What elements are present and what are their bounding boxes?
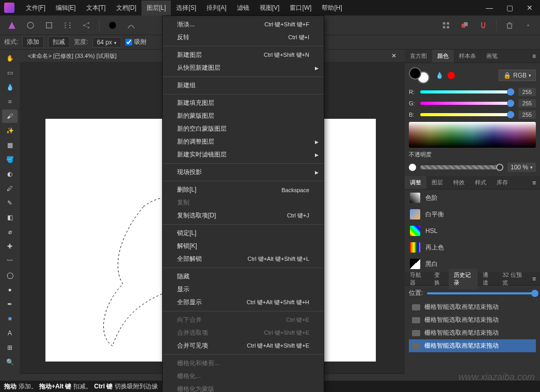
curves-icon[interactable] — [123, 18, 139, 33]
menu-文档[interactable]: 文档[D] — [111, 1, 141, 15]
menu-item[interactable]: 新建组 — [163, 79, 324, 92]
menu-item[interactable]: 显示 — [163, 283, 324, 296]
pan-tool-icon[interactable]: ✋ — [2, 52, 18, 65]
menu-item[interactable]: 现场投影▶ — [163, 166, 324, 179]
mesh-tool-icon[interactable]: ⊞ — [2, 341, 18, 354]
opacity-slider[interactable] — [420, 165, 503, 169]
mode-subtract-button[interactable]: 扣减 — [48, 36, 70, 48]
channel-g-slider[interactable]: G:255 — [409, 99, 536, 107]
menu-帮助[interactable]: 帮助[H] — [316, 1, 347, 15]
marquee-tool-icon[interactable]: ▦ — [2, 138, 18, 152]
pointer-tool-icon[interactable]: ▭ — [2, 66, 18, 80]
tab-画笔[interactable]: 画笔 — [481, 50, 503, 62]
snap-checkbox[interactable]: 吸附 — [125, 38, 147, 46]
menu-文件[interactable]: 文件[F] — [21, 1, 51, 15]
grid-icon[interactable] — [438, 18, 454, 33]
trash-icon[interactable] — [502, 18, 517, 33]
menu-item[interactable]: 从快照新建图层▶ — [163, 61, 324, 74]
smudge-tool-icon[interactable]: 〰 — [2, 254, 18, 268]
magic-tool-icon[interactable]: ✨ — [2, 124, 18, 137]
tab-调整[interactable]: 调整 — [405, 176, 426, 189]
adjustment-item[interactable]: 色阶 — [405, 190, 540, 206]
tab-特效[interactable]: 特效 — [448, 176, 470, 189]
color-wheel-icon[interactable] — [105, 18, 120, 33]
foreground-background-swatch[interactable] — [409, 67, 432, 84]
menu-item[interactable]: 新的蒙版图层 — [163, 109, 324, 122]
tab-库存[interactable]: 库存 — [491, 176, 513, 189]
menu-item[interactable]: 新的调整图层▶ — [163, 135, 324, 148]
history-item[interactable]: 栅格智能选取画笔结束拖动 — [409, 326, 536, 339]
width-value[interactable]: 64 px▾ — [92, 37, 121, 48]
menu-文本[interactable]: 文本[T] — [81, 1, 111, 15]
heal-tool-icon[interactable]: ✚ — [2, 240, 18, 253]
persona-photo-icon[interactable] — [4, 18, 20, 33]
tab-close-icon[interactable]: ✕ — [387, 52, 401, 59]
menu-item[interactable]: 合并可见项Ctrl 键+Alt 键+Shift 键+E — [163, 339, 324, 352]
zoom-tool-icon[interactable]: 🔍 — [2, 355, 18, 369]
menu-视图[interactable]: 视图[V] — [255, 1, 285, 15]
menu-item[interactable]: 新的空白蒙版图层 — [163, 122, 324, 135]
gradient-tool-icon[interactable]: ◐ — [2, 167, 18, 181]
adjustment-item[interactable]: HSL — [405, 223, 540, 239]
menu-图层[interactable]: 图层[L] — [141, 1, 171, 15]
lens-icon[interactable] — [23, 18, 38, 33]
channel-r-slider[interactable]: R:255 — [409, 88, 536, 96]
picker-icon[interactable] — [520, 18, 536, 33]
menu-item[interactable]: 新建填充图层 — [163, 97, 324, 109]
pencil-tool-icon[interactable]: ✎ — [2, 196, 18, 210]
clone-tool-icon[interactable]: ⌀ — [2, 225, 18, 239]
menu-item[interactable]: 复制选取项[D]Ctrl 键+J — [163, 209, 324, 222]
color-spectrum[interactable] — [409, 122, 536, 148]
overlay-icon[interactable] — [457, 18, 472, 33]
panel-menu-icon[interactable]: ≡ — [528, 53, 540, 60]
share-icon[interactable] — [78, 18, 94, 33]
shape-tool-icon[interactable]: ■ — [2, 312, 18, 325]
adjustment-item[interactable]: 再上色 — [405, 239, 540, 256]
menu-排列[interactable]: 排列[A] — [201, 1, 232, 15]
eraser-tool-icon[interactable]: ◧ — [2, 211, 18, 224]
text-tool-icon[interactable]: A — [2, 326, 18, 340]
history-item[interactable]: 栅格智能选取画笔结束拖动 — [409, 339, 536, 352]
menu-滤镜[interactable]: 滤镜 — [232, 1, 255, 15]
sample-swatch[interactable] — [448, 72, 455, 79]
burn-tool-icon[interactable]: ● — [2, 283, 18, 296]
history-item[interactable]: 栅格智能选取画笔结束拖动 — [409, 313, 536, 326]
cube-icon[interactable] — [41, 18, 57, 33]
align-icon[interactable] — [60, 18, 75, 33]
color-mode-select[interactable]: 🔒 RGB ▾ — [499, 70, 536, 81]
tab-直方图[interactable]: 直方图 — [405, 50, 432, 62]
menu-编辑[interactable]: 编辑[E] — [51, 1, 81, 15]
menu-item[interactable]: 锁定[L] — [163, 227, 324, 240]
snap-icon[interactable] — [475, 18, 491, 33]
crop-tool-icon[interactable]: ⌗ — [2, 95, 18, 108]
history-item[interactable]: 栅格智能选取画笔结束拖动 — [409, 301, 536, 313]
menu-item[interactable]: 渐淡...Ctrl 键+Shift 键+F — [163, 18, 324, 31]
menu-窗口[interactable]: 窗口[W] — [284, 1, 316, 15]
flood-tool-icon[interactable]: 🪣 — [2, 153, 18, 166]
menu-item[interactable]: 删除[L]Backspace — [163, 183, 324, 196]
minimize-button[interactable]: — — [483, 4, 496, 12]
maximize-button[interactable]: ▢ — [503, 4, 516, 12]
panel-menu-icon[interactable]: ≡ — [528, 179, 540, 186]
document-tab[interactable]: <未命名> [已修改] (33.4%) [试用版] — [24, 50, 121, 62]
brush-tool-icon[interactable]: 🖊 — [2, 182, 18, 195]
mode-add-button[interactable]: 添加 — [22, 36, 44, 48]
menu-item[interactable]: 解锁[K] — [163, 240, 324, 253]
close-button[interactable]: ✕ — [523, 4, 536, 12]
panel-menu-icon[interactable]: ≡ — [528, 275, 540, 283]
menu-item[interactable]: 新建实时滤镜图层▶ — [163, 148, 324, 161]
tab-图层[interactable]: 图层 — [426, 176, 448, 189]
position-slider[interactable] — [427, 292, 536, 294]
menu-item[interactable]: 新建图层Ctrl 键+Shift 键+N — [163, 49, 324, 61]
channel-b-slider[interactable]: B:255 — [409, 111, 536, 119]
adjustment-item[interactable]: 白平衡 — [405, 206, 540, 223]
tab-样式[interactable]: 样式 — [470, 176, 491, 189]
menu-item[interactable]: 隐藏 — [163, 270, 324, 283]
tab-样本条[interactable]: 样本条 — [454, 50, 481, 62]
eyedropper-icon[interactable]: 💧 — [436, 72, 443, 79]
eyedropper-tool-icon[interactable]: 💧 — [2, 81, 18, 94]
opacity-value[interactable]: 100 %▾ — [507, 163, 536, 172]
menu-item[interactable]: 全部解锁Ctrl 键+Alt 键+Shift 键+L — [163, 253, 324, 265]
pen-tool-icon[interactable]: ✒ — [2, 297, 18, 311]
selection-brush-tool-icon[interactable]: 🖌 — [2, 109, 18, 123]
